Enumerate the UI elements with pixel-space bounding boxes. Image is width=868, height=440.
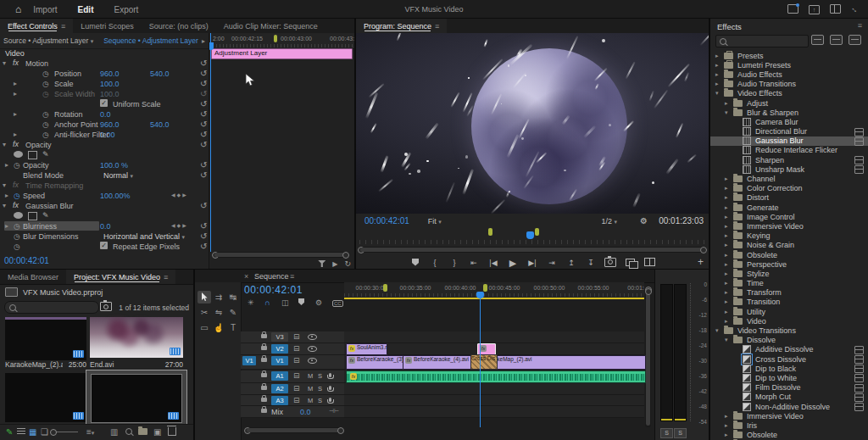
timeline-timecode[interactable]: 00:00:42:01 (244, 284, 303, 296)
filter-properties-icon[interactable] (318, 260, 326, 267)
voiceover-record-icon[interactable] (329, 373, 331, 377)
timeline-clip-beforekaraoke-3-avi[interactable]: fxBeforeKaraoke_(3).avi (346, 355, 404, 370)
panel-menu-icon[interactable]: ≡ (435, 22, 439, 31)
reset-icon[interactable]: ↺ (200, 231, 207, 241)
twirl-icon[interactable]: ▸ (14, 110, 17, 118)
effects-folder-audio-effects[interactable]: ▸Audio Effects (710, 70, 868, 79)
playback-resolution-dropdown[interactable]: 1/2 ▾ (601, 217, 617, 226)
mute-button[interactable]: M (308, 397, 313, 404)
twirl-icon[interactable]: ▾ (725, 109, 733, 116)
stopwatch-icon[interactable]: ◷ (42, 131, 49, 139)
automate-to-sequence-icon[interactable]: ▥ (110, 427, 118, 437)
sync-lock-icon[interactable]: ⊟ (293, 371, 300, 380)
add-marker-button[interactable] (409, 259, 421, 268)
effects-folder-immersive-video[interactable]: ▸Immersive Video (710, 411, 868, 421)
ellipse-mask-icon[interactable] (14, 212, 23, 219)
clip-fx-badge[interactable]: fx (348, 357, 355, 364)
effects-folder-iris[interactable]: ▸Iris (710, 421, 868, 430)
program-playhead[interactable] (526, 231, 534, 239)
twirl-icon[interactable]: ▸ (725, 252, 733, 259)
reset-icon[interactable]: ↺ (200, 201, 207, 210)
voiceover-record-icon[interactable] (329, 386, 331, 390)
stopwatch-icon[interactable]: ◷ (42, 90, 49, 98)
project-file-row[interactable]: VFX Music Video.prproj (5, 287, 103, 297)
track-header-v1[interactable]: V1V1⊟ (241, 355, 344, 370)
track-lane[interactable] (344, 406, 644, 418)
search-bin-icon[interactable] (100, 302, 112, 311)
effects-folder-distort[interactable]: ▸Distort (710, 193, 868, 203)
panel-menu-icon[interactable]: ≡ (858, 21, 862, 30)
export-frame-button[interactable] (604, 258, 616, 269)
rect-mask-icon[interactable] (28, 212, 37, 220)
twirl-icon[interactable]: ▸ (725, 318, 733, 325)
reset-icon[interactable]: ↺ (200, 140, 207, 149)
track-lane[interactable] (344, 383, 644, 395)
play-button[interactable]: ▶ (507, 258, 519, 269)
twirl-icon[interactable]: ▸ (725, 261, 733, 268)
quick-export-icon[interactable]: ↑ (809, 5, 820, 14)
stopwatch-icon[interactable]: ◷ (42, 110, 49, 119)
pen-tool[interactable]: ✎ (226, 306, 240, 319)
effects-folder-lumetri-presets[interactable]: ▸Lumetri Presets (710, 60, 868, 70)
tab-lumetri-scopes[interactable]: Lumetri Scopes (73, 19, 142, 33)
twirl-icon[interactable]: ▸ (725, 298, 733, 305)
effects-folder-video[interactable]: ▸Video (710, 316, 868, 326)
tab-effect-controls[interactable]: Effect Controls≡ (0, 19, 73, 33)
zoom-level-dropdown[interactable]: Fit ▾ (428, 217, 442, 226)
icon-view-icon[interactable]: ▦ (29, 427, 36, 437)
mute-button[interactable]: M (308, 385, 313, 393)
rect-mask-icon[interactable] (28, 151, 37, 159)
track-header-mix[interactable]: Mix0.0⊣⊢ (241, 406, 344, 418)
track-lane[interactable] (344, 331, 644, 343)
fx-icon[interactable]: fx (13, 58, 19, 67)
go-to-in-button[interactable]: ⇤ (468, 259, 480, 267)
program-scrollbar[interactable] (358, 247, 707, 253)
track-target-button[interactable]: A3 (271, 396, 288, 405)
zoom-slider[interactable] (53, 427, 78, 437)
twirl-icon[interactable]: ▾ (3, 141, 6, 148)
fx-icon[interactable]: fx (13, 181, 19, 189)
effects-folder-presets[interactable]: ▸Presets (710, 51, 868, 60)
clip-fx-badge[interactable]: fx (405, 357, 412, 364)
timeline-ruler[interactable]: 00:00:30:0000:00:35:0000:00:40:0000:00:4… (344, 282, 644, 298)
effects-folder-utility[interactable]: ▸Utility (710, 307, 868, 316)
ripple-edit-tool[interactable]: ↹ (226, 291, 240, 304)
effects-folder-video-effects[interactable]: ▾Video Effects (710, 89, 868, 98)
effects-folder-blur-sharpen[interactable]: ▾Blur & Sharpen (710, 108, 868, 117)
panel-menu-icon[interactable]: ≡ (290, 272, 294, 281)
clip-fx-badge[interactable]: fx (348, 345, 355, 352)
lock-icon[interactable] (261, 346, 267, 350)
ellipse-mask-icon[interactable] (14, 151, 23, 158)
ec-playhead[interactable] (210, 33, 211, 252)
stopwatch-icon[interactable]: ◷ (14, 222, 20, 231)
reset-icon[interactable]: ↺ (200, 221, 207, 231)
freeform-view-icon[interactable]: ❏ (41, 427, 48, 437)
twirl-icon[interactable]: ▸ (725, 223, 733, 230)
reset-icon[interactable]: ↺ (200, 130, 207, 139)
effect-item-non-additive-dissolve[interactable]: Non-Additive Dissolve (710, 402, 868, 411)
ec-clip-bar[interactable]: Adjustment Layer (211, 48, 353, 59)
track-target-button[interactable]: A1 (271, 371, 288, 381)
effects-folder-immersive-video[interactable]: ▸Immersive Video (710, 221, 868, 231)
track-output-eye-icon[interactable] (308, 346, 317, 352)
twirl-icon[interactable]: ▸ (715, 81, 724, 87)
home-icon[interactable]: ⌂ (15, 3, 21, 15)
step-forward-button[interactable]: ▶| (526, 259, 538, 267)
program-timecode[interactable]: 00:00:42:01 (364, 216, 409, 226)
reset-icon[interactable]: ↺ (200, 120, 207, 129)
maximize-icon[interactable]: ↔ (851, 5, 860, 14)
param-value[interactable]: 960.0 (100, 120, 120, 129)
tab-project-vfx-music-video[interactable]: Project: VFX Music Video≡ (66, 270, 175, 284)
effect-item-directional-blur[interactable]: Directional Blur (710, 127, 868, 136)
ec-mini-timeline[interactable]: 2:0000:00:42:1500:00:43:0000:00:43:1500:… (209, 33, 354, 270)
menu-edit[interactable]: Edit (78, 5, 94, 14)
sync-lock-icon[interactable]: ⊟ (293, 344, 300, 353)
twirl-icon[interactable]: ▸ (725, 289, 733, 296)
nest-icon[interactable]: ✳ (248, 298, 254, 307)
twirl-icon[interactable]: ▾ (3, 202, 6, 209)
effect-item-unsharp-mask[interactable]: Unsharp Mask (710, 164, 868, 174)
effects-folder-color-correction[interactable]: ▸Color Correction (710, 184, 868, 193)
checkbox[interactable]: ✓ (100, 242, 108, 249)
ec-mini-ruler[interactable]: 2:0000:00:42:1500:00:43:0000:00:43:1500:… (209, 33, 354, 49)
twirl-icon[interactable]: ▸ (725, 422, 733, 429)
